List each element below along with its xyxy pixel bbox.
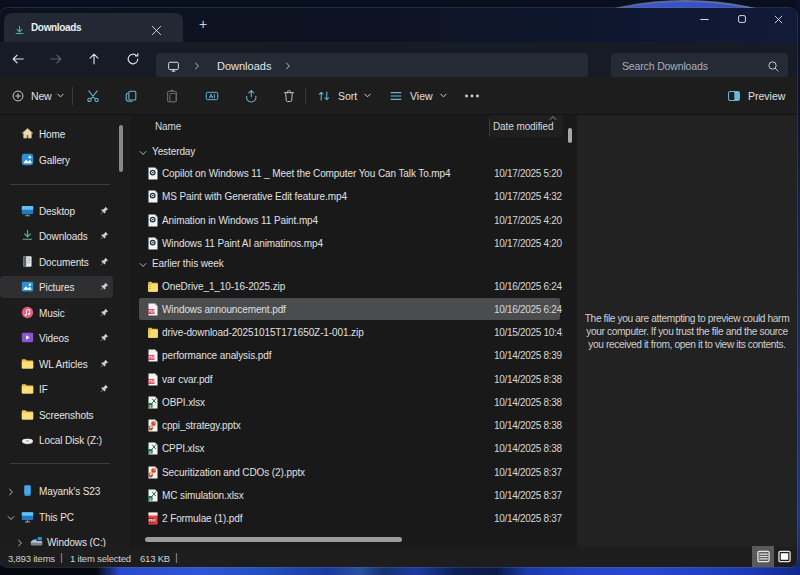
svg-text:PDF: PDF bbox=[149, 356, 156, 360]
svg-text:x: x bbox=[149, 450, 151, 454]
svg-text:PDF: PDF bbox=[149, 310, 156, 314]
svg-text:PDF: PDF bbox=[149, 380, 156, 384]
svg-text:x: x bbox=[149, 497, 151, 501]
svg-text:x: x bbox=[149, 404, 151, 408]
svg-text:PDF: PDF bbox=[149, 519, 156, 523]
